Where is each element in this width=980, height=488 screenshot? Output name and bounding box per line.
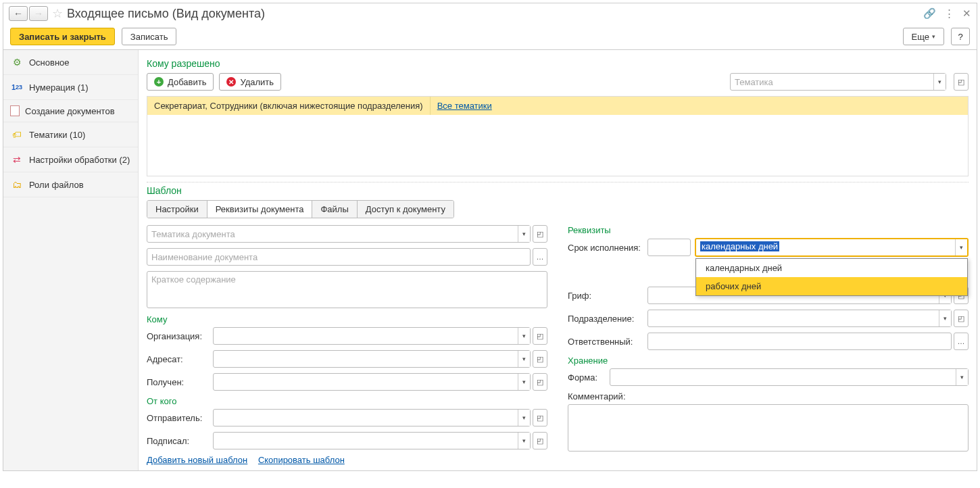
open-button[interactable]: ◰ [533,350,547,368]
to-title: Кому [147,314,547,324]
doc-topic-input[interactable] [147,226,518,242]
delete-button[interactable]: ✕ Удалить [219,73,281,91]
tabs: Настройки Реквизиты документа Файлы Дост… [147,200,454,218]
numbering-icon: 123 [10,80,24,94]
sidebar-item-topics[interactable]: 🏷 Тематики (10) [3,122,138,147]
allowed-title: Кому разрешено [147,58,969,69]
summary-textarea[interactable] [147,271,547,308]
received-input[interactable] [214,374,518,390]
open-button[interactable]: ◰ [533,327,547,345]
tab-files[interactable]: Файлы [312,201,357,218]
page-title: Входящее письмо (Вид документа) [67,7,265,21]
doc-name-input[interactable] [147,249,530,265]
tab-settings[interactable]: Настройки [147,201,207,218]
open-button[interactable]: ◰ [533,409,547,426]
from-title: От кого [147,396,547,406]
open-button[interactable]: ◰ [533,373,547,391]
dropdown-icon[interactable]: ▾ [933,74,946,90]
kebab-icon[interactable]: ⋮ [944,7,954,20]
document-icon [10,105,20,116]
dropdown-icon[interactable]: ▾ [939,310,951,326]
gear-icon: ⚙ [10,55,24,69]
dropdown-icon[interactable]: ▾ [956,369,968,385]
open-button[interactable]: ◰ [533,432,547,449]
ellipsis-button[interactable]: … [954,333,969,350]
ellipsis-button[interactable]: … [533,248,547,266]
link-icon[interactable]: 🔗 [923,7,936,20]
save-button[interactable]: Записать [122,28,177,45]
add-button[interactable]: + Добавить [147,73,214,91]
period-combo[interactable]: календарных дней ▾ календарных дней рабо… [695,238,969,257]
folder-icon: 🗂 [10,178,24,191]
dropdown-icon[interactable]: ▾ [955,239,967,255]
org-input[interactable] [214,328,518,344]
table-row[interactable]: Секретариат, Сотрудники (включая нижесто… [147,97,968,115]
dept-input[interactable] [648,310,939,326]
tag-icon: 🏷 [10,128,24,141]
all-topics-link[interactable]: Все тематики [431,97,499,115]
dropdown-icon[interactable]: ▾ [518,410,530,426]
comment-textarea[interactable] [568,404,969,452]
add-template-link[interactable]: Добавить новый шаблон [147,455,247,465]
open-button[interactable]: ◰ [954,310,969,327]
signed-input[interactable] [214,433,518,449]
form-input[interactable] [610,369,956,385]
flow-icon: ⇄ [10,153,24,166]
sidebar-item-file-roles[interactable]: 🗂 Роли файлов [3,172,138,197]
sender-input[interactable] [214,410,518,426]
more-button[interactable]: Еще [903,28,944,45]
dd-item-working[interactable]: рабочих дней [696,277,967,295]
responsible-input[interactable] [648,333,951,349]
comment-label: Комментарий: [568,391,969,401]
dropdown-icon[interactable]: ▾ [518,351,530,367]
close-icon[interactable]: ✕ [962,7,971,20]
template-title: Шаблон [147,185,969,196]
forward-button[interactable]: → [29,6,48,21]
sidebar-item-create-docs[interactable]: Создание документов [3,100,138,122]
delete-icon: ✕ [226,77,236,87]
allowed-table: Секретариат, Сотрудники (включая нижесто… [147,96,969,176]
save-close-button[interactable]: Записать и закрыть [10,28,115,45]
period-dropdown: календарных дней рабочих дней [695,258,968,296]
sidebar: ⚙ Основное 123 Нумерация (1) Создание до… [3,50,139,470]
back-button[interactable]: ← [9,6,28,21]
dropdown-icon[interactable]: ▾ [518,374,530,390]
help-button[interactable]: ? [951,28,970,45]
addressee-input[interactable] [214,351,518,367]
storage-title: Хранение [568,356,969,366]
dd-item-calendar[interactable]: календарных дней [696,259,967,277]
topic-filter-input[interactable] [731,74,933,90]
open-button[interactable]: ◰ [533,225,547,243]
requisites-title: Реквизиты [568,225,969,235]
open-button[interactable]: ◰ [954,73,969,91]
sidebar-item-processing[interactable]: ⇄ Настройки обработки (2) [3,147,138,172]
copy-template-link[interactable]: Скопировать шаблон [258,455,345,465]
favorite-icon[interactable]: ☆ [52,6,63,21]
plus-icon: + [154,77,164,87]
dropdown-icon[interactable]: ▾ [518,328,530,344]
tab-requisites[interactable]: Реквизиты документа [207,201,313,218]
dropdown-icon[interactable]: ▾ [518,226,530,242]
dropdown-icon[interactable]: ▾ [518,433,530,449]
tab-access[interactable]: Доступ к документу [358,201,454,218]
sidebar-item-main[interactable]: ⚙ Основное [3,50,138,75]
sidebar-item-numbering[interactable]: 123 Нумерация (1) [3,75,138,100]
